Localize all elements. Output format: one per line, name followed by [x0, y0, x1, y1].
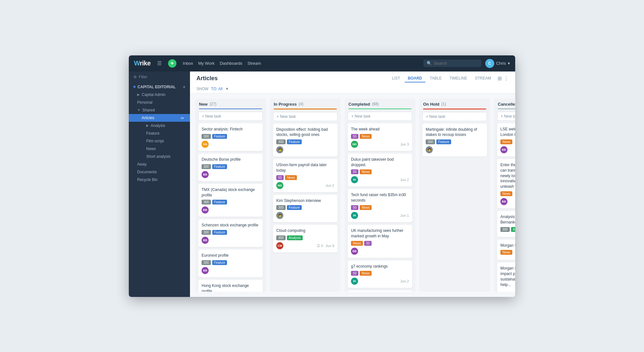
sidebar-filter[interactable]: ⚙ Filter [129, 71, 190, 82]
table-row[interactable]: Morgan Stanley launch global impact priv… [497, 262, 515, 291]
column-line-inprogress [274, 109, 337, 109]
chevron-down-icon: ▾ [508, 61, 510, 66]
card-date: Jun 3 [400, 142, 409, 146]
nav-mywork[interactable]: My Work [198, 61, 214, 66]
sidebar-item-label: Feature [146, 131, 185, 136]
sidebar-item-shared[interactable]: ▼ Shared [129, 106, 190, 114]
tag-300: 300 [276, 235, 286, 240]
card-footer: HG [202, 141, 260, 148]
grid-icon[interactable]: ⊞ [497, 75, 502, 81]
card-date: Jun 2 [400, 178, 409, 182]
add-button[interactable]: + [168, 59, 176, 68]
table-row[interactable]: Cloud computing 300 Analysis CM ☰ 6 [273, 225, 337, 252]
table-row[interactable]: g7 economy rankings 50 News IH Jun 2 [348, 261, 412, 288]
tab-table[interactable]: TABLE [427, 75, 445, 82]
table-row[interactable]: Enter the vortex: How managers can trans… [497, 159, 515, 208]
tab-board[interactable]: BOARD [405, 75, 425, 82]
sidebar-item-label: Analysis [151, 123, 185, 128]
card-tags: 50 News [351, 134, 409, 139]
tag-news: News [351, 241, 363, 246]
sidebar: ⚙ Filter CAPITAL EDITORIAL + ▶ Capital A… [129, 71, 190, 297]
filter-to-all[interactable]: TO: All [211, 87, 223, 91]
table-row[interactable]: Sector analysis: Fintech 300 Feature HG [198, 123, 263, 151]
card-tasks: ☰ 6 [317, 244, 323, 248]
table-row[interactable]: The week ahead 50 News ND Jun 3 [348, 123, 412, 151]
tab-stream[interactable]: STREAM [472, 75, 494, 82]
card-title: TMX (Canada) stock exchange profile [202, 187, 260, 198]
sidebar-item-feature[interactable]: Feature [129, 129, 190, 137]
avatar: CM [276, 242, 283, 249]
card-title: LSE welcomes tech stock largest London l… [500, 127, 515, 138]
filter-icon[interactable]: ▼ [225, 87, 229, 91]
tag-300: 300 [202, 164, 211, 169]
nav-stream[interactable]: Stream [248, 61, 261, 66]
sidebar-item-articles[interactable]: Articles 🗂 [129, 114, 190, 122]
table-row[interactable]: Disposition effect: holding bad stocks, … [273, 124, 337, 157]
table-row[interactable]: TMX (Canada) stock exchange profile 300 … [198, 184, 263, 217]
card-tags: 300 Analysis [276, 235, 334, 240]
nav-dashboards[interactable]: Dashboards [220, 61, 242, 66]
column-line-onhold [423, 109, 486, 109]
table-row[interactable]: Hong Kong stock exchange profile 300 Fea… [198, 280, 263, 292]
table-row[interactable]: LSE welcomes tech stock largest London l… [497, 123, 515, 157]
new-task-button-inprogress[interactable]: + New task [273, 112, 337, 121]
sidebar-item-film-script[interactable]: Film script [129, 137, 190, 145]
new-task-button-cancelled[interactable]: + New task [497, 112, 515, 121]
sidebar-item-short-analysis[interactable]: Short analysis [129, 153, 190, 160]
table-row[interactable]: Martingale: infinite doubling of stakes … [422, 124, 487, 157]
table-row[interactable]: Deutsche Borse profile 300 Feature BB [198, 154, 263, 181]
user-area[interactable]: C Chris ▾ [485, 59, 510, 68]
tab-timeline[interactable]: TIMELINE [446, 75, 470, 82]
sidebar-item-away[interactable]: Away [129, 160, 190, 168]
tag-news: News [500, 139, 512, 144]
column-header-inprogress: In Progress (4) [270, 99, 341, 109]
sidebar-item-documents[interactable]: Documents [129, 168, 190, 176]
tag-50: 50 [364, 241, 372, 246]
card-title: g7 economy rankings [351, 264, 409, 269]
sidebar-group-capital-editorial[interactable]: CAPITAL EDITORIAL + [129, 82, 190, 91]
table-row[interactable]: Schenzen stock exchange profile 300 Feat… [198, 219, 263, 247]
sidebar-item-personal[interactable]: Personal [129, 99, 190, 106]
column-line-new [199, 109, 262, 109]
new-task-button-new[interactable]: + New task [198, 112, 263, 121]
avatar: 🧑 [276, 212, 283, 219]
card-title: Morgan Stanley launc PE fund [500, 243, 515, 248]
tab-list[interactable]: LIST [389, 75, 403, 82]
table-row[interactable]: UK manufacturing sees further marked gro… [348, 225, 412, 258]
table-row[interactable]: USnon-farm payroll data later today 50 N… [273, 159, 337, 192]
hamburger-icon[interactable]: ☰ [157, 60, 162, 66]
table-row[interactable]: Dulux paint takeover bod dropped. 50 New… [348, 154, 412, 187]
avatar: HG [202, 141, 209, 148]
new-task-button-onhold[interactable]: + New task [422, 112, 487, 121]
chevron-icon: ▶ [146, 124, 149, 127]
new-task-button-completed[interactable]: + New task [348, 112, 412, 121]
plus-icon[interactable]: + [183, 84, 185, 90]
table-row[interactable]: Morgan Stanley launc PE fund News [497, 240, 515, 260]
sidebar-item-analysis[interactable]: ▶ Analysis [129, 122, 190, 129]
column-inprogress: In Progress (4) + New task Disposition e… [270, 99, 341, 292]
sidebar-item-label: Articles [142, 116, 177, 120]
card-footer: 🧑 [276, 146, 334, 153]
search-input[interactable] [434, 61, 478, 66]
table-row[interactable]: Euronext profile 300 Feature BB [198, 250, 263, 277]
table-row[interactable]: The probability of a recession in the ne… [348, 290, 412, 291]
view-tabs: LIST BOARD TABLE TIMELINE STREAM ⊞ ⋮ [389, 75, 509, 82]
content-area: Articles LIST BOARD TABLE TIMELINE STREA… [190, 71, 515, 297]
nav-inbox[interactable]: Inbox [183, 61, 193, 66]
sidebar-item-news[interactable]: News [129, 145, 190, 153]
avatar: IH [351, 176, 358, 183]
tag-feature: Feature [287, 205, 302, 210]
table-row[interactable]: Tech fund raiser nets $35m in30 seconds … [348, 189, 412, 222]
avatar: 🧑 [276, 146, 283, 153]
column-header-new: New (27) [195, 99, 266, 109]
search-bar[interactable]: 🔍 [423, 60, 481, 67]
column-cards-onhold: Martingale: infinite doubling of stakes … [419, 124, 490, 160]
column-header-completed: Completed (68) [345, 99, 415, 109]
board-container: New (27) + New task Sector analysis: Fin… [190, 93, 515, 297]
table-row[interactable]: Analysis on Japan eco off Bernanke speec… [497, 211, 515, 237]
sidebar-item-recycle-bin[interactable]: Recycle Bin 🗑 [129, 176, 190, 184]
avatar: BB [500, 146, 507, 153]
table-row[interactable]: Kim Stephenson interview 300 Feature 🧑 [273, 195, 337, 223]
sidebar-item-capital-admin[interactable]: ▶ Capital Admin [129, 91, 190, 99]
more-icon[interactable]: ⋮ [504, 75, 509, 81]
